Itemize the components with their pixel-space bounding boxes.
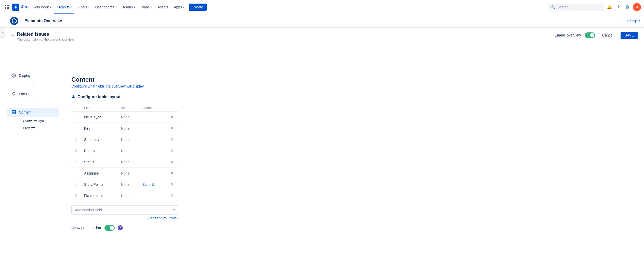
field-footer-cell[interactable] bbox=[139, 145, 166, 156]
table-row: ⠿Fix versionsNone✕ bbox=[71, 190, 178, 201]
sidebar-item-label: Focus bbox=[19, 92, 29, 96]
remove-field-button[interactable]: ✕ bbox=[169, 159, 175, 165]
cancel-button[interactable]: Cancel bbox=[599, 32, 616, 39]
toggle-track[interactable] bbox=[585, 32, 595, 38]
field-remove-cell: ✕ bbox=[166, 145, 178, 156]
field-alias-cell[interactable]: None bbox=[118, 156, 139, 168]
svg-rect-5 bbox=[8, 7, 9, 8]
nav-item-dashboards[interactable]: Dashboards ▾ bbox=[93, 4, 119, 10]
svg-marker-24 bbox=[72, 95, 75, 98]
th-footer: Footer bbox=[139, 104, 166, 112]
table-section-title: Configure table layout bbox=[77, 95, 121, 99]
svg-rect-4 bbox=[7, 7, 8, 8]
field-alias-cell[interactable]: None bbox=[118, 123, 139, 134]
drag-handle-icon[interactable]: ⠿ bbox=[74, 126, 78, 130]
field-alias-cell[interactable]: None bbox=[118, 168, 139, 179]
remove-field-button[interactable]: ✕ bbox=[169, 148, 175, 154]
enable-overview-toggle[interactable] bbox=[585, 32, 595, 38]
cant-find-field-link[interactable]: Can't find your field? bbox=[71, 216, 178, 220]
nav-item-projects[interactable]: Projects ▾ bbox=[54, 4, 75, 10]
table-section-header: Configure table layout bbox=[71, 94, 634, 99]
nav-item-plans[interactable]: Plans ▾ bbox=[138, 4, 154, 10]
table-row: ⠿AssigneeNone✕ bbox=[71, 168, 178, 179]
remove-field-button[interactable]: ✕ bbox=[169, 125, 175, 131]
remove-field-button[interactable]: ✕ bbox=[169, 193, 175, 199]
add-field-dropdown[interactable]: Add another field ▾ bbox=[71, 205, 178, 215]
sidebar-sub-item-overview-layout[interactable]: Overview layout bbox=[19, 117, 59, 124]
field-footer-cell[interactable] bbox=[139, 168, 166, 179]
user-avatar[interactable]: J bbox=[633, 3, 641, 11]
field-alias-cell[interactable]: None bbox=[118, 134, 139, 145]
field-footer-cell[interactable] bbox=[139, 112, 166, 123]
sum-label: Sum bbox=[142, 182, 150, 187]
drag-handle-icon[interactable]: ⠿ bbox=[74, 149, 78, 153]
field-footer-cell[interactable] bbox=[139, 123, 166, 134]
trash-icon[interactable]: 🗑 bbox=[151, 182, 154, 186]
toggle-track[interactable] bbox=[104, 225, 115, 231]
field-footer-cell[interactable] bbox=[139, 156, 166, 168]
add-field-placeholder: Add another field bbox=[75, 208, 102, 212]
nav-right: 🔍 Search 🔔 ? ⚙️ J bbox=[548, 3, 641, 11]
svg-point-10 bbox=[12, 74, 16, 77]
drag-handle-icon[interactable]: ⠿ bbox=[74, 194, 78, 198]
sidebar-section: Display Focus bbox=[5, 68, 61, 134]
search-placeholder: Search bbox=[557, 5, 569, 9]
jira-logo[interactable]: Jira bbox=[12, 4, 29, 11]
field-remove-cell: ✕ bbox=[166, 112, 178, 123]
search-icon: 🔍 bbox=[551, 5, 555, 9]
drag-handle-icon[interactable]: ⠿ bbox=[74, 138, 78, 142]
nav-item-apps[interactable]: Apps ▾ bbox=[171, 4, 187, 10]
sidebar-sub-item-preview[interactable]: Preview bbox=[19, 125, 59, 131]
create-button[interactable]: Create bbox=[189, 4, 207, 11]
field-alias-cell[interactable]: None bbox=[118, 112, 139, 123]
svg-point-11 bbox=[13, 75, 15, 76]
remove-field-button[interactable]: ✕ bbox=[169, 114, 175, 120]
svg-rect-20 bbox=[12, 111, 14, 112]
sidebar-divider bbox=[5, 99, 61, 107]
remove-field-button[interactable]: ✕ bbox=[169, 170, 175, 176]
field-name-cell: Status bbox=[81, 156, 118, 168]
field-name-cell: Issue Type bbox=[81, 112, 118, 123]
nav-item-teams[interactable]: Teams ▾ bbox=[120, 4, 138, 10]
search-bar[interactable]: 🔍 Search bbox=[548, 4, 604, 10]
field-name-cell: Fix versions bbox=[81, 190, 118, 201]
field-name-cell: Priority bbox=[81, 145, 118, 156]
field-alias-cell[interactable]: None bbox=[118, 190, 139, 201]
field-footer-cell[interactable] bbox=[139, 134, 166, 145]
sidebar-toggle-button[interactable]: › bbox=[0, 28, 5, 38]
settings-icon[interactable]: ⚙️ bbox=[624, 3, 632, 11]
drag-handle-icon[interactable]: ⠿ bbox=[74, 171, 78, 175]
progress-bar-label: Show progress bar bbox=[71, 226, 101, 230]
field-footer-cell[interactable]: Sum 🗑 bbox=[139, 179, 166, 190]
grid-menu-icon[interactable] bbox=[3, 3, 11, 11]
sidebar-item-content[interactable]: Content bbox=[7, 108, 59, 117]
chevron-down-icon: ▾ bbox=[88, 6, 89, 8]
remove-field-button[interactable]: ✕ bbox=[169, 137, 175, 142]
nav-item-assets[interactable]: Assets bbox=[155, 4, 171, 10]
sidebar-item-focus[interactable]: Focus bbox=[7, 89, 59, 98]
sidebar-item-display[interactable]: Display bbox=[7, 71, 59, 80]
progress-bar-help-icon[interactable]: ? bbox=[118, 225, 123, 230]
nav-item-your-work[interactable]: Your work ▾ bbox=[31, 4, 54, 10]
find-help-button[interactable]: Find help ▾ bbox=[622, 19, 640, 23]
field-alias-cell[interactable]: None bbox=[118, 145, 139, 156]
sub-navigation: › Elements Overview Find help ▾ bbox=[0, 14, 644, 28]
save-button[interactable]: SAVE bbox=[621, 32, 638, 39]
field-remove-cell: ✕ bbox=[166, 123, 178, 134]
nav-item-filters[interactable]: Filters ▾ bbox=[75, 4, 92, 10]
svg-rect-19 bbox=[12, 110, 16, 114]
field-footer-cell[interactable] bbox=[139, 190, 166, 201]
help-icon[interactable]: ? bbox=[614, 3, 623, 11]
table-row: ⠿StatusNone✕ bbox=[71, 156, 178, 168]
drag-handle-icon[interactable]: ⠿ bbox=[74, 115, 78, 119]
toggle-thumb bbox=[590, 33, 594, 37]
drag-handle-icon[interactable]: ⠿ bbox=[74, 160, 78, 164]
drag-handle-icon[interactable]: ⠿ bbox=[74, 182, 78, 187]
svg-rect-23 bbox=[14, 113, 15, 114]
content-title: Content bbox=[71, 76, 634, 83]
field-alias-cell[interactable]: None bbox=[118, 179, 139, 190]
sidebar-divider bbox=[5, 81, 61, 89]
notifications-icon[interactable]: 🔔 bbox=[605, 3, 613, 11]
progress-bar-toggle[interactable] bbox=[104, 225, 115, 231]
remove-field-button[interactable]: ✕ bbox=[169, 181, 175, 187]
